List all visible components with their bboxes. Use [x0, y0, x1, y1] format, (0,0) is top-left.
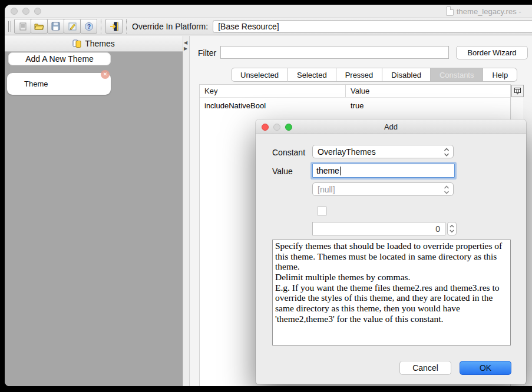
collapse-right-icon[interactable]: ▶	[184, 46, 187, 51]
screen: theme_legacy.res -	[0, 0, 532, 392]
tab-unselected[interactable]: Unselected	[231, 68, 288, 82]
dialog-titlebar: Add	[256, 119, 526, 134]
tab-selected[interactable]: Selected	[288, 68, 336, 82]
border-wizard-button[interactable]: Border Wizard	[456, 46, 528, 59]
open-button[interactable]	[31, 19, 48, 34]
value-label: Value	[272, 167, 293, 176]
import-exit-icon	[110, 22, 119, 31]
window-titlebar: theme_legacy.res -	[5, 5, 532, 18]
dialog-close-button[interactable]	[262, 124, 269, 131]
boolean-checkbox[interactable]	[317, 206, 327, 216]
override-platform-button[interactable]	[105, 19, 123, 34]
filter-label: Filter	[198, 48, 216, 58]
themes-icon	[72, 39, 81, 48]
override-platform-select[interactable]: [Base Resource]	[213, 20, 532, 33]
themes-header-label: Themes	[85, 39, 115, 48]
text-caret	[340, 167, 341, 175]
value-input-text: theme	[316, 166, 339, 175]
save-icon	[51, 22, 60, 31]
number-spinner-input[interactable]: 0	[312, 222, 445, 235]
override-platform-label: Override In Platform:	[132, 22, 208, 31]
theme-list-item[interactable]: Theme ✕	[7, 73, 111, 95]
zoom-window-button[interactable]	[34, 8, 41, 15]
column-header-value[interactable]: Value	[346, 87, 510, 95]
help-icon: ?	[84, 22, 94, 31]
stepper-arrows-icon	[449, 224, 455, 234]
window-title-text: theme_legacy.res -	[457, 7, 521, 16]
collapse-left-icon[interactable]: ◀	[184, 41, 187, 45]
tab-constants[interactable]: Constants	[431, 68, 484, 82]
edit-pencil-icon	[68, 22, 77, 31]
open-folder-icon	[34, 22, 44, 31]
tab-disabled[interactable]: Disabled	[382, 68, 431, 82]
table-row[interactable]: includeNativeBool true	[200, 98, 510, 114]
table-header: Key Value	[200, 85, 510, 98]
chevron-updown-icon	[443, 185, 450, 195]
toolbar-drag-handle[interactable]	[8, 21, 11, 32]
dialog-window-controls	[262, 124, 292, 131]
dialog-title: Add	[384, 122, 398, 131]
new-doc-button[interactable]	[14, 19, 31, 34]
column-header-key[interactable]: Key	[200, 85, 346, 97]
new-doc-icon	[18, 22, 28, 31]
table-column-options-button[interactable]	[511, 85, 524, 97]
add-theme-button[interactable]: Add A New Theme	[8, 52, 111, 65]
spinner-value: 0	[435, 224, 440, 234]
close-window-button[interactable]	[11, 8, 18, 15]
add-theme-label: Add A New Theme	[25, 54, 94, 64]
tab-pressed[interactable]: Pressed	[336, 68, 383, 82]
theme-item-label: Theme	[24, 79, 48, 88]
toolbar-separator	[101, 19, 101, 34]
help-button[interactable]: ?	[80, 19, 97, 34]
table-options-icon	[514, 87, 521, 95]
spinner-stepper[interactable]	[447, 222, 457, 235]
constant-description: Specify themes that should be loaded to …	[272, 240, 511, 346]
chevron-updown-icon	[443, 147, 450, 157]
override-platform-value: [Base Resource]	[218, 22, 279, 31]
add-constant-dialog: Add Constant OverlayThemes Value theme […	[256, 119, 526, 384]
splitter-collapse-arrows[interactable]: ◀ ▶	[184, 41, 187, 51]
type-select[interactable]: [null]	[312, 182, 454, 196]
document-icon	[446, 6, 454, 16]
constant-select-value: OverlayThemes	[318, 147, 376, 157]
cell-value: true	[346, 101, 510, 110]
themes-header: Themes	[5, 36, 183, 52]
svg-text:?: ?	[87, 23, 90, 29]
type-select-value: [null]	[318, 185, 335, 194]
cell-key: includeNativeBool	[200, 101, 346, 110]
edit-button[interactable]	[64, 19, 81, 34]
ok-button[interactable]: OK	[460, 361, 511, 375]
filter-input[interactable]	[220, 46, 449, 59]
border-wizard-label: Border Wizard	[467, 48, 516, 57]
cancel-button[interactable]: Cancel	[399, 361, 451, 375]
save-button[interactable]	[47, 19, 64, 34]
remove-theme-icon[interactable]: ✕	[101, 70, 110, 79]
dialog-zoom-button[interactable]	[285, 124, 292, 131]
window-controls	[11, 8, 41, 15]
toolbar-separator	[126, 19, 127, 34]
constant-select[interactable]: OverlayThemes	[312, 145, 454, 158]
value-input[interactable]: theme	[312, 164, 455, 178]
minimize-window-button[interactable]	[22, 8, 29, 15]
splitter[interactable]: ◀ ▶	[183, 36, 190, 386]
constant-label: Constant	[272, 148, 305, 157]
tab-help[interactable]: Help	[483, 68, 517, 82]
window-title: theme_legacy.res -	[446, 6, 521, 16]
toolbar: ? Override In Platform: [Base Resource]	[5, 18, 532, 35]
themes-sidebar: Themes Add A New Theme Theme ✕	[5, 36, 183, 386]
dialog-minimize-button[interactable]	[273, 124, 280, 131]
style-tabs: Unselected Selected Pressed Disabled Con…	[231, 68, 517, 82]
